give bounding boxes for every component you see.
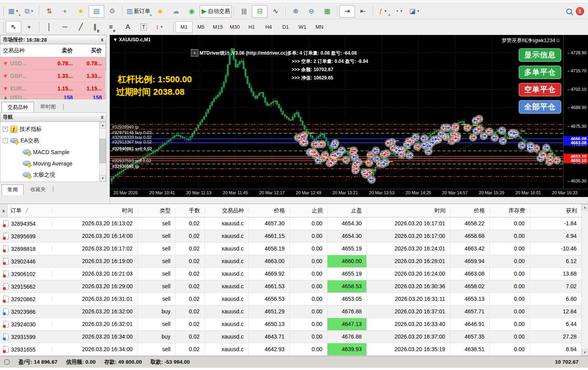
market-watch-row[interactable]: ▼USD...0.78...0.78... [0, 57, 105, 70]
order-row[interactable]: 329316552026.03.20 16:34:00sell0.02xauus… [0, 343, 588, 356]
navigator-scrollbar[interactable]: ▲ ▼ [99, 122, 106, 182]
scroll-thumb[interactable] [105, 52, 106, 71]
auto-trading-button[interactable]: ▶自动交易 [200, 5, 232, 18]
order-row[interactable]: 329024462026.03.20 16:19:00sell0.02xauus… [0, 255, 588, 268]
close-longs-button[interactable]: 多单平仓 [519, 66, 561, 79]
dropdown-caret-icon[interactable]: ▼ [31, 9, 34, 13]
new-chart-button[interactable]: ▦+▼ [6, 5, 21, 18]
orders-col-6[interactable]: 止损 [290, 207, 328, 214]
data-window-button[interactable]: + [57, 5, 73, 18]
order-row[interactable]: 329239862026.03.20 16:32:00buy0.02xauusd… [0, 306, 588, 318]
timeframe-d1[interactable]: D1 [277, 21, 294, 33]
time-axis[interactable]: 20 Mar 202620 Mar 10:4120 Mar 11:1320 Ma… [110, 189, 588, 197]
orders-col-10[interactable]: 库存费 [490, 207, 530, 214]
horizontal-line-tool[interactable]: ─ [57, 21, 73, 33]
crosshair-tool[interactable]: + [21, 21, 37, 33]
indicators-button[interactable]: ƒ+▼ [375, 5, 391, 18]
market-watch-row[interactable]: ▲USD...158158 [0, 95, 105, 99]
expand-icon[interactable]: + [3, 127, 8, 132]
candlestick-chart-button[interactable]: ⊟ [252, 5, 268, 18]
fibonacci-tool[interactable]: ≡F [104, 21, 120, 33]
text-tool[interactable]: A [120, 21, 136, 33]
timeframe-m30[interactable]: M30 [226, 21, 243, 33]
col-bid[interactable]: 卖价 [47, 47, 76, 54]
zoom-in-button[interactable]: ⊕ [288, 5, 303, 18]
col-ask[interactable]: 买价 [76, 47, 105, 54]
arrows-tool[interactable]: ↕▼ [152, 21, 167, 33]
timeframe-h4[interactable]: H4 [260, 21, 277, 33]
navigator-item[interactable]: Moving Average [0, 158, 99, 169]
tile-windows-button[interactable]: ▦ [319, 5, 335, 18]
collapse-icon[interactable]: - [3, 138, 8, 143]
navigator-item[interactable]: +f技术指标 [0, 123, 99, 135]
scroll-up-icon[interactable]: ▲ [100, 122, 106, 129]
close-shorts-button[interactable]: 空单平仓 [519, 83, 561, 96]
dropdown-caret-icon[interactable]: ▼ [160, 25, 163, 29]
chart-window[interactable]: ▼ XAUUSD.c,M1 梦赞巫赛纯净sgwk1234☺ + 杠杆比例: 1:… [110, 35, 588, 197]
orders-col-0[interactable]: 订单╱ [7, 207, 52, 214]
col-symbol[interactable]: 交易品种 [0, 47, 47, 54]
tab-symbols[interactable]: 交易品种 [2, 102, 34, 112]
order-row[interactable]: 329156622026.03.20 16:29:00sell0.02xauus… [0, 280, 588, 293]
orders-col-11[interactable]: 获利 [530, 207, 582, 214]
navigator-button[interactable]: ★ [73, 5, 89, 18]
templates-button[interactable]: ◪▼ [407, 5, 422, 18]
zoom-out-button[interactable]: ⊖ [303, 5, 319, 18]
scroll-down-icon[interactable]: ▼ [582, 349, 588, 356]
signals-button[interactable]: ◉ [184, 5, 200, 18]
equidistant-channel-tool[interactable]: ∥E [89, 21, 104, 33]
order-row[interactable]: 329208622026.03.20 16:31:01sell0.02xauus… [0, 293, 588, 306]
terminal-button[interactable]: ▤ [89, 5, 104, 18]
orders-col-2[interactable]: 类型 [138, 207, 176, 214]
mql5-community-button[interactable]: ☁ [168, 5, 184, 18]
orders-col-5[interactable]: 价格 [249, 207, 290, 214]
notification-badge[interactable]: 1 [576, 7, 584, 15]
timeframe-m1[interactable]: M1 [176, 21, 192, 33]
orders-col-8[interactable]: 时间 [367, 207, 451, 214]
navigator-item[interactable]: 太极之境 [0, 169, 99, 180]
show-info-button[interactable]: 显示信息 [519, 48, 561, 62]
periods-button[interactable]: ◔▼ [391, 5, 407, 18]
tab-common[interactable]: 常用 [2, 184, 24, 195]
order-row[interactable]: 328943542026.03.20 16:13:02sell0.02xauus… [0, 217, 588, 230]
market-watch-row[interactable]: ▼GBP...1.33...1.33... [0, 70, 105, 82]
timeframe-m15[interactable]: M15 [209, 21, 226, 33]
dropdown-caret-icon[interactable]: ▼ [400, 9, 403, 13]
vertical-line-tool[interactable]: │ [41, 21, 57, 33]
orders-col-3[interactable]: 手数 [176, 207, 205, 214]
close-icon[interactable]: x [101, 114, 104, 120]
panel-divider[interactable] [106, 35, 110, 204]
scroll-up-icon[interactable]: ▲ [582, 204, 588, 211]
orders-col-7[interactable]: 止盈 [328, 207, 367, 214]
market-watch-row[interactable]: ▼EUR...1.15...1.15... [0, 82, 105, 95]
search-icon[interactable] [566, 9, 572, 14]
scroll-down-icon[interactable]: ▼ [105, 92, 106, 99]
timeframe-m5[interactable]: M5 [192, 21, 209, 33]
scroll-thumb[interactable] [100, 139, 106, 163]
order-row[interactable]: 328988182026.03.20 16:17:02sell0.02xauus… [0, 243, 588, 255]
market-watch-scrollbar[interactable]: ▲ ▼ [105, 44, 106, 99]
close-icon[interactable]: x [0, 204, 7, 217]
dropdown-caret-icon[interactable]: ▼ [417, 9, 420, 13]
close-all-button[interactable]: 全部平仓 [519, 100, 561, 114]
auto-scroll-button[interactable]: ⇤ [355, 5, 371, 18]
tab-favorites[interactable]: 收藏夹 [24, 184, 52, 195]
timeframe-mn[interactable]: MN [311, 21, 328, 33]
text-label-tool[interactable]: T [136, 21, 152, 33]
scroll-down-icon[interactable]: ▼ [100, 175, 106, 182]
price-axis[interactable] [563, 35, 588, 189]
chart-shift-button[interactable]: ⇥ [339, 5, 355, 18]
dropdown-caret-icon[interactable]: ▼ [384, 9, 387, 13]
timeframe-w1[interactable]: W1 [294, 21, 311, 33]
order-row[interactable]: 329315992026.03.20 16:34:00buy0.02xauusd… [0, 331, 588, 343]
bar-chart-button[interactable]: ||| [236, 5, 252, 18]
trendline-tool[interactable]: ╱ [73, 21, 89, 33]
new-order-button[interactable]: ▥+新订单 [124, 5, 152, 18]
orders-col-4[interactable]: 交易品种 [205, 207, 249, 214]
cursor-tool[interactable]: ⇖ [6, 21, 21, 33]
navigator-item[interactable]: -EA交易 [0, 135, 99, 146]
order-row[interactable]: 329240302026.03.20 16:32:01sell0.02xauus… [0, 318, 588, 331]
navigator-item[interactable]: MACD Sample [0, 146, 99, 158]
profiles-button[interactable]: ⧉▼ [21, 5, 37, 18]
order-row[interactable]: 328956992026.03.20 16:14:00sell0.02xauus… [0, 230, 588, 243]
